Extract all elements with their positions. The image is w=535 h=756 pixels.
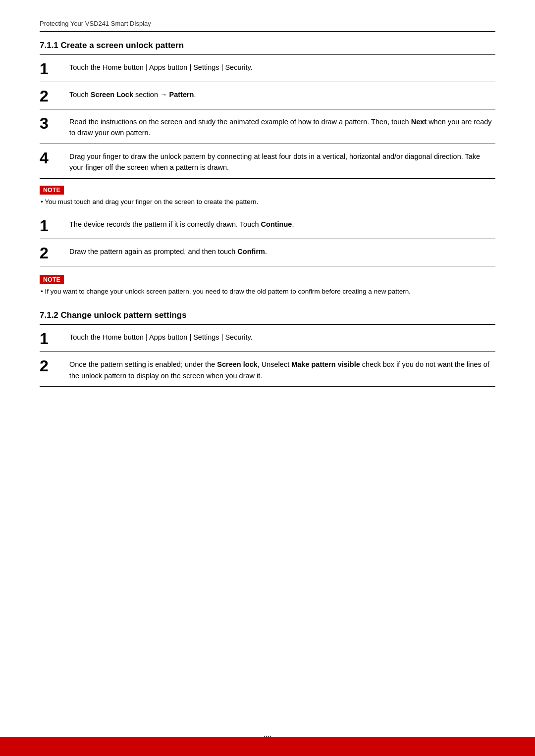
section1b-step-number-1: 1: [40, 217, 69, 234]
step4-text: Drag your finger to draw the unlock patt…: [69, 152, 480, 171]
section1b-step1-text-before: The device records the pattern if it is …: [69, 220, 261, 228]
section1b-step-number-2: 2: [40, 244, 69, 261]
note2-label: NOTE: [40, 275, 64, 284]
section2-step2-text-before: Once the pattern setting is enabled; und…: [69, 360, 217, 368]
section2-step1-sep2: |: [187, 333, 193, 341]
section2-step1-content: Touch the Home button | Apps button | Se…: [69, 330, 495, 343]
section1b-step1-bold1: Continue: [261, 220, 292, 228]
section2-step-number-1: 1: [40, 330, 69, 347]
section2-step2-text-mid: , Unselect: [258, 360, 292, 368]
step2-text-after: .: [194, 91, 196, 99]
section2-step1-sep1: |: [146, 333, 149, 341]
section1-title: 7.1.1 Create a screen unlock pattern: [40, 41, 495, 54]
note2-box: NOTE If you want to change your unlock s…: [40, 275, 495, 297]
section2-step2-content: Once the pattern setting is enabled; und…: [69, 357, 495, 381]
step2-bold2: Pattern: [169, 91, 194, 99]
section2-title-bar: 7.1.2 Change unlock pattern settings: [40, 310, 495, 325]
step1-sep2: |: [187, 63, 193, 71]
breadcrumb: Protecting Your VSD241 Smart Display: [40, 20, 495, 32]
step4-content: Drag your finger to draw the unlock patt…: [69, 149, 495, 173]
step1-content: Touch the Home button | Apps button | Se…: [69, 60, 495, 73]
section1-step1: 1 Touch the Home button | Apps button | …: [40, 55, 495, 82]
step1-settings: Settings: [193, 63, 219, 71]
section1b-step2-content: Draw the pattern again as prompted, and …: [69, 244, 495, 257]
step2-text-mid: section →: [133, 91, 169, 99]
section2-step1-apps: Apps button: [149, 333, 187, 341]
step3-content: Read the instructions on the screen and …: [69, 114, 495, 139]
section1b-step2-text-after: .: [265, 248, 267, 255]
section2-step1: 1 Touch the Home button | Apps button | …: [40, 325, 495, 352]
section2-step2: 2 Once the pattern setting is enabled; u…: [40, 352, 495, 387]
step2-content: Touch Screen Lock section → Pattern.: [69, 87, 495, 100]
note1-text: You must touch and drag your finger on t…: [40, 197, 495, 207]
section2-step-number-2: 2: [40, 357, 69, 374]
section1b-step2-bold1: Confirm: [237, 248, 265, 255]
step1-sep3: |: [219, 63, 225, 71]
section2-step1-security: Security.: [225, 333, 252, 341]
note2-text: If you want to change your unlock screen…: [40, 287, 495, 297]
step-number-1: 1: [40, 60, 69, 77]
step-number-4: 4: [40, 149, 69, 166]
red-footer-bar: [0, 737, 535, 756]
section1-title-bar: 7.1.1 Create a screen unlock pattern: [40, 41, 495, 55]
step1-security: Security.: [225, 63, 252, 71]
step-number-3: 3: [40, 114, 69, 131]
section2-step1-text-plain: Touch the Home button: [69, 333, 146, 341]
step3-text-before: Read the instructions on the screen and …: [69, 118, 411, 126]
section2-step2-bold2: Make pattern visible: [291, 360, 360, 368]
step-number-2: 2: [40, 87, 69, 104]
section1b-step1-content: The device records the pattern if it is …: [69, 217, 495, 230]
section1b-step2-text-before: Draw the pattern again as prompted, and …: [69, 248, 237, 255]
section2-step1-sep3: |: [219, 333, 225, 341]
section2-step1-settings: Settings: [193, 333, 219, 341]
step2-text-before: Touch: [69, 91, 91, 99]
step1-sep1: |: [146, 63, 149, 71]
section1-step2: 2 Touch Screen Lock section → Pattern.: [40, 82, 495, 109]
section1b-step1-text-after: .: [292, 220, 294, 228]
note1-box: NOTE You must touch and drag your finger…: [40, 186, 495, 207]
note1-label: NOTE: [40, 186, 64, 195]
section1-step4: 4 Drag your finger to draw the unlock pa…: [40, 144, 495, 179]
section2-title: 7.1.2 Change unlock pattern settings: [40, 310, 495, 324]
step1-apps: Apps button: [149, 63, 187, 71]
section2-step2-bold1: Screen lock: [217, 360, 257, 368]
section1-step3: 3 Read the instructions on the screen an…: [40, 109, 495, 144]
step3-bold1: Next: [411, 118, 427, 126]
step2-bold1: Screen Lock: [91, 91, 133, 99]
section1b-step2: 2 Draw the pattern again as prompted, an…: [40, 239, 495, 266]
step1-text-plain: Touch the Home button: [69, 63, 146, 71]
section1b-step1: 1 The device records the pattern if it i…: [40, 212, 495, 239]
